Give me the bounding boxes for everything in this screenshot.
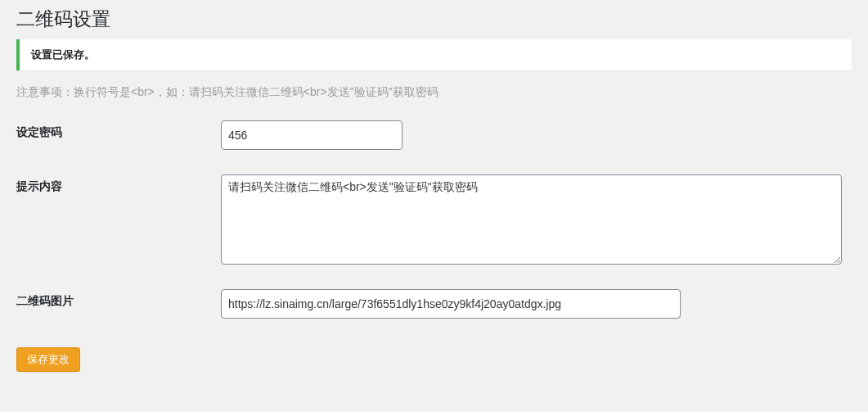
usage-hint: 注意事项：换行符号是<br>，如：请扫码关注微信二维码<br>发送"验证码"获取… (16, 85, 852, 100)
password-label: 设定密码 (16, 108, 221, 162)
page-title: 二维码设置 (16, 0, 852, 35)
success-notice: 设置已保存。 (16, 39, 852, 71)
password-input[interactable] (221, 120, 403, 150)
settings-form-table: 设定密码 提示内容 请扫码关注微信二维码<br>发送"验证码"获取密码 二维码图… (16, 108, 852, 331)
qrcode-image-input[interactable] (221, 289, 681, 319)
notice-message: 设置已保存。 (31, 48, 95, 61)
hint-content-label: 提示内容 (16, 162, 221, 277)
hint-content-textarea[interactable]: 请扫码关注微信二维码<br>发送"验证码"获取密码 (221, 174, 842, 265)
save-button[interactable]: 保存更改 (16, 347, 80, 372)
qrcode-image-label: 二维码图片 (16, 277, 221, 331)
